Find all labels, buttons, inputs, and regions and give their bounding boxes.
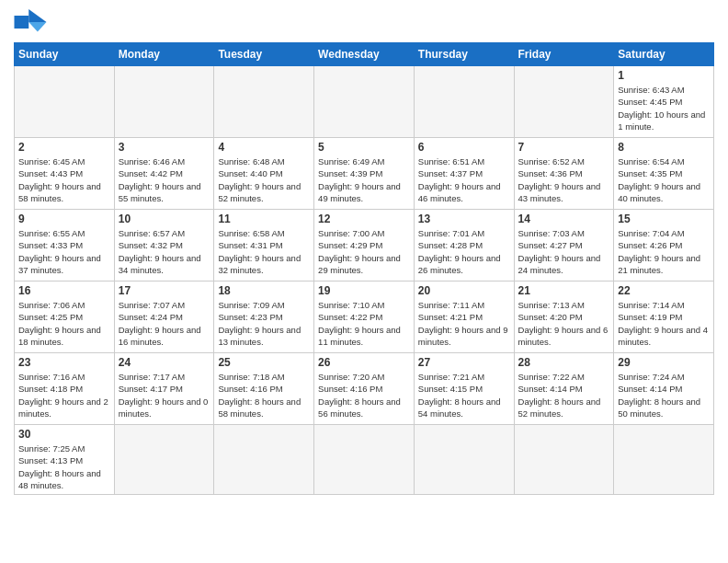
day-number: 10 [119, 213, 210, 225]
day-number: 15 [618, 213, 710, 225]
calendar-cell: 21Sunrise: 7:13 AM Sunset: 4:20 PM Dayli… [514, 282, 614, 353]
day-info: Sunrise: 6:48 AM Sunset: 4:40 PM Dayligh… [218, 155, 310, 204]
day-number: 30 [18, 428, 110, 441]
calendar-cell: 12Sunrise: 7:00 AM Sunset: 4:29 PM Dayli… [314, 210, 415, 282]
day-info: Sunrise: 7:11 AM Sunset: 4:21 PM Dayligh… [418, 299, 510, 348]
day-number: 8 [618, 141, 710, 154]
calendar-cell [114, 66, 214, 138]
day-info: Sunrise: 6:51 AM Sunset: 4:37 PM Dayligh… [418, 155, 510, 204]
calendar-cell: 7Sunrise: 6:52 AM Sunset: 4:36 PM Daylig… [514, 138, 614, 210]
weekday-header-wednesday: Wednesday [314, 43, 415, 66]
day-number: 9 [18, 213, 110, 225]
day-number: 14 [518, 213, 610, 225]
day-number: 6 [418, 141, 510, 154]
calendar-cell [514, 425, 614, 495]
calendar-cell: 20Sunrise: 7:11 AM Sunset: 4:21 PM Dayli… [414, 282, 514, 353]
calendar-cell: 6Sunrise: 6:51 AM Sunset: 4:37 PM Daylig… [414, 138, 514, 210]
day-number: 13 [418, 213, 510, 225]
calendar-cell: 29Sunrise: 7:24 AM Sunset: 4:14 PM Dayli… [614, 353, 714, 425]
day-number: 16 [18, 284, 110, 297]
day-number: 26 [318, 356, 410, 369]
svg-marker-2 [28, 22, 46, 32]
calendar-cell: 28Sunrise: 7:22 AM Sunset: 4:14 PM Dayli… [514, 353, 614, 425]
day-number: 3 [119, 141, 210, 154]
logo-icon [14, 9, 47, 35]
day-info: Sunrise: 7:10 AM Sunset: 4:22 PM Dayligh… [318, 299, 410, 348]
day-info: Sunrise: 7:14 AM Sunset: 4:19 PM Dayligh… [618, 299, 710, 348]
weekday-header-sunday: Sunday [15, 43, 115, 66]
day-info: Sunrise: 7:00 AM Sunset: 4:29 PM Dayligh… [318, 227, 410, 276]
calendar-cell: 19Sunrise: 7:10 AM Sunset: 4:22 PM Dayli… [314, 282, 415, 353]
calendar-cell: 14Sunrise: 7:03 AM Sunset: 4:27 PM Dayli… [514, 210, 614, 282]
day-number: 7 [518, 141, 610, 154]
day-number: 1 [618, 69, 710, 82]
calendar-cell: 13Sunrise: 7:01 AM Sunset: 4:28 PM Dayli… [414, 210, 514, 282]
day-info: Sunrise: 7:01 AM Sunset: 4:28 PM Dayligh… [418, 227, 510, 276]
calendar-cell [414, 66, 514, 138]
day-number: 29 [618, 356, 710, 369]
weekday-header-friday: Friday [514, 43, 614, 66]
calendar-cell [214, 425, 314, 495]
day-number: 27 [418, 356, 510, 369]
weekday-header-thursday: Thursday [414, 43, 514, 66]
day-number: 22 [618, 284, 710, 297]
calendar-cell: 17Sunrise: 7:07 AM Sunset: 4:24 PM Dayli… [114, 282, 214, 353]
calendar-cell: 24Sunrise: 7:17 AM Sunset: 4:17 PM Dayli… [114, 353, 214, 425]
day-number: 18 [218, 284, 310, 297]
day-info: Sunrise: 7:04 AM Sunset: 4:26 PM Dayligh… [618, 227, 710, 276]
calendar-cell: 30Sunrise: 7:25 AM Sunset: 4:13 PM Dayli… [15, 425, 115, 495]
calendar-cell [314, 66, 415, 138]
svg-rect-0 [15, 16, 29, 29]
calendar-cell: 9Sunrise: 6:55 AM Sunset: 4:33 PM Daylig… [15, 210, 115, 282]
calendar-cell: 11Sunrise: 6:58 AM Sunset: 4:31 PM Dayli… [214, 210, 314, 282]
day-info: Sunrise: 7:16 AM Sunset: 4:18 PM Dayligh… [18, 371, 110, 419]
calendar-cell: 8Sunrise: 6:54 AM Sunset: 4:35 PM Daylig… [614, 138, 714, 210]
day-info: Sunrise: 7:07 AM Sunset: 4:24 PM Dayligh… [119, 299, 210, 348]
weekday-header-tuesday: Tuesday [214, 43, 314, 66]
calendar-cell: 5Sunrise: 6:49 AM Sunset: 4:39 PM Daylig… [314, 138, 415, 210]
day-info: Sunrise: 7:18 AM Sunset: 4:16 PM Dayligh… [218, 371, 310, 419]
header [14, 9, 714, 35]
day-number: 4 [218, 141, 310, 154]
weekday-header-monday: Monday [114, 43, 214, 66]
day-info: Sunrise: 7:20 AM Sunset: 4:16 PM Dayligh… [318, 371, 410, 419]
calendar-cell: 16Sunrise: 7:06 AM Sunset: 4:25 PM Dayli… [15, 282, 115, 353]
calendar-cell: 4Sunrise: 6:48 AM Sunset: 4:40 PM Daylig… [214, 138, 314, 210]
calendar-cell: 3Sunrise: 6:46 AM Sunset: 4:42 PM Daylig… [114, 138, 214, 210]
day-number: 28 [518, 356, 610, 369]
svg-marker-1 [28, 9, 46, 22]
calendar-cell: 18Sunrise: 7:09 AM Sunset: 4:23 PM Dayli… [214, 282, 314, 353]
day-number: 25 [218, 356, 310, 369]
day-info: Sunrise: 7:13 AM Sunset: 4:20 PM Dayligh… [518, 299, 610, 348]
calendar-cell: 22Sunrise: 7:14 AM Sunset: 4:19 PM Dayli… [614, 282, 714, 353]
day-number: 2 [18, 141, 110, 154]
calendar-cell [114, 425, 214, 495]
day-info: Sunrise: 6:52 AM Sunset: 4:36 PM Dayligh… [518, 155, 610, 204]
calendar-cell [414, 425, 514, 495]
day-info: Sunrise: 7:06 AM Sunset: 4:25 PM Dayligh… [18, 299, 110, 348]
day-info: Sunrise: 7:24 AM Sunset: 4:14 PM Dayligh… [618, 371, 710, 419]
day-info: Sunrise: 6:46 AM Sunset: 4:42 PM Dayligh… [119, 155, 210, 204]
day-info: Sunrise: 7:17 AM Sunset: 4:17 PM Dayligh… [119, 371, 210, 419]
calendar-cell: 23Sunrise: 7:16 AM Sunset: 4:18 PM Dayli… [15, 353, 115, 425]
calendar-table: SundayMondayTuesdayWednesdayThursdayFrid… [14, 42, 714, 495]
day-info: Sunrise: 7:03 AM Sunset: 4:27 PM Dayligh… [518, 227, 610, 276]
day-info: Sunrise: 6:58 AM Sunset: 4:31 PM Dayligh… [218, 227, 310, 276]
calendar-cell: 27Sunrise: 7:21 AM Sunset: 4:15 PM Dayli… [414, 353, 514, 425]
day-info: Sunrise: 6:55 AM Sunset: 4:33 PM Dayligh… [18, 227, 110, 276]
day-number: 19 [318, 284, 410, 297]
calendar-cell [314, 425, 415, 495]
day-info: Sunrise: 6:57 AM Sunset: 4:32 PM Dayligh… [119, 227, 210, 276]
day-number: 24 [119, 356, 210, 369]
calendar-cell [214, 66, 314, 138]
day-info: Sunrise: 7:21 AM Sunset: 4:15 PM Dayligh… [418, 371, 510, 419]
calendar-cell: 2Sunrise: 6:45 AM Sunset: 4:43 PM Daylig… [15, 138, 115, 210]
calendar-cell [15, 66, 115, 138]
day-number: 21 [518, 284, 610, 297]
calendar-cell: 15Sunrise: 7:04 AM Sunset: 4:26 PM Dayli… [614, 210, 714, 282]
calendar-cell [614, 425, 714, 495]
day-info: Sunrise: 7:09 AM Sunset: 4:23 PM Dayligh… [218, 299, 310, 348]
day-info: Sunrise: 7:25 AM Sunset: 4:13 PM Dayligh… [18, 442, 110, 491]
day-number: 17 [119, 284, 210, 297]
day-info: Sunrise: 6:54 AM Sunset: 4:35 PM Dayligh… [618, 155, 710, 204]
